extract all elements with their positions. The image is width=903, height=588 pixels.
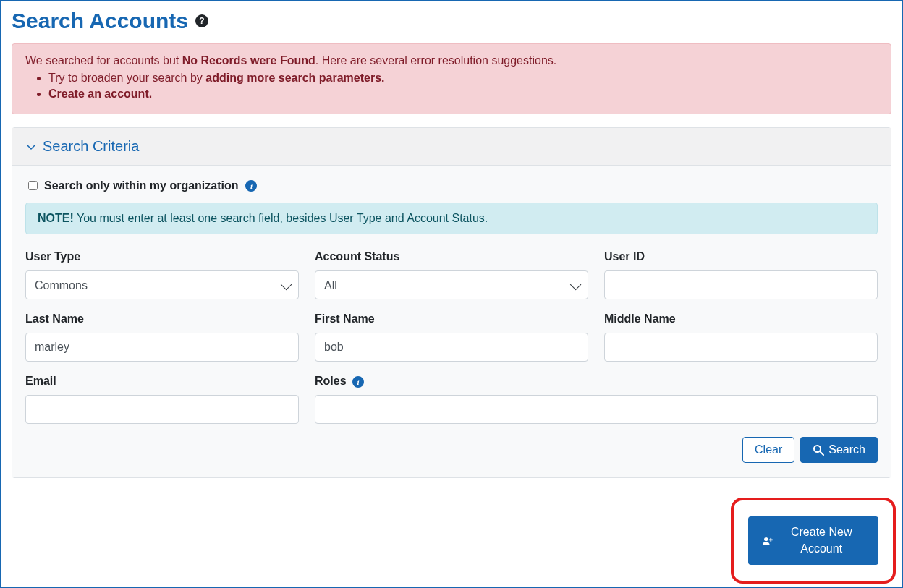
chevron-down-icon (25, 141, 37, 153)
form-grid-row2: Last Name First Name Middle Name (25, 312, 878, 362)
error-suggestion-1: Try to broaden your search by adding mor… (48, 72, 878, 85)
search-button[interactable]: Search (800, 437, 878, 463)
app-frame: Search Accounts ? We searched for accoun… (0, 0, 903, 588)
middle-name-input[interactable] (604, 333, 878, 362)
user-plus-icon (762, 535, 773, 547)
info-icon[interactable]: i (245, 180, 257, 192)
user-id-label: User ID (604, 250, 878, 263)
highlight-annotation: Create New Account (731, 498, 896, 584)
svg-point-2 (764, 537, 768, 541)
search-within-org-checkbox[interactable] (28, 181, 38, 190)
user-id-input[interactable] (604, 270, 878, 299)
first-name-group: First Name (315, 312, 588, 362)
search-button-label: Search (828, 443, 865, 456)
page-title-text: Search Accounts (12, 9, 188, 33)
last-name-label: Last Name (25, 312, 299, 325)
error-lead-pre: We searched for accounts but (25, 54, 182, 67)
roles-group: Roles i (315, 375, 878, 424)
create-new-account-label: Create New Account (778, 524, 865, 557)
create-account-link[interactable]: Create an account. (48, 88, 152, 100)
account-status-group: Account Status All (315, 250, 588, 299)
account-status-label: Account Status (315, 250, 588, 263)
form-grid-row1: User Type Commons Account Status All (25, 250, 878, 299)
roles-label: Roles i (315, 375, 878, 388)
middle-name-group: Middle Name (604, 312, 878, 362)
clear-button[interactable]: Clear (742, 437, 794, 463)
error-suggestion-2: Create an account. (48, 88, 878, 101)
user-type-label: User Type (25, 250, 299, 263)
panel-title: Search Criteria (43, 138, 139, 155)
account-status-select[interactable]: All (315, 270, 588, 299)
help-icon[interactable]: ? (195, 14, 208, 27)
panel-header[interactable]: Search Criteria (12, 128, 891, 166)
first-name-input[interactable] (315, 333, 588, 362)
search-criteria-panel: Search Criteria Search only within my or… (12, 127, 891, 478)
page-title: Search Accounts ? (12, 9, 891, 33)
form-grid-row3: Email Roles i (25, 375, 878, 424)
note-text: You must enter at least one search field… (74, 212, 488, 224)
email-group: Email (25, 375, 299, 424)
error-lead-bold: No Records were Found (182, 54, 315, 67)
email-input[interactable] (25, 395, 299, 424)
panel-body: Search only within my organization i NOT… (12, 166, 891, 477)
first-name-label: First Name (315, 312, 588, 325)
roles-input[interactable] (315, 395, 878, 424)
error-sugg1-pre: Try to broaden your search by (48, 72, 205, 84)
user-type-group: User Type Commons (25, 250, 299, 299)
create-new-account-button[interactable]: Create New Account (748, 516, 878, 565)
last-name-input[interactable] (25, 333, 299, 362)
middle-name-label: Middle Name (604, 312, 878, 325)
note-strong: NOTE! (38, 212, 74, 224)
info-icon[interactable]: i (352, 376, 364, 388)
error-lead-post: . Here are several error resolution sugg… (315, 54, 557, 67)
error-lead: We searched for accounts but No Records … (25, 54, 878, 67)
roles-label-text: Roles (315, 375, 347, 387)
email-label: Email (25, 375, 299, 388)
org-checkbox-label: Search only within my organization (44, 179, 238, 192)
error-sugg1-bold: adding more search parameters. (205, 72, 384, 84)
svg-line-1 (820, 451, 823, 455)
org-checkbox-row: Search only within my organization i (25, 179, 878, 192)
actions-row: Clear Search (25, 437, 878, 463)
search-icon (813, 444, 824, 456)
error-alert: We searched for accounts but No Records … (12, 43, 891, 114)
user-type-select[interactable]: Commons (25, 270, 299, 299)
note-box: NOTE! You must enter at least one search… (25, 203, 878, 234)
last-name-group: Last Name (25, 312, 299, 362)
user-id-group: User ID (604, 250, 878, 299)
